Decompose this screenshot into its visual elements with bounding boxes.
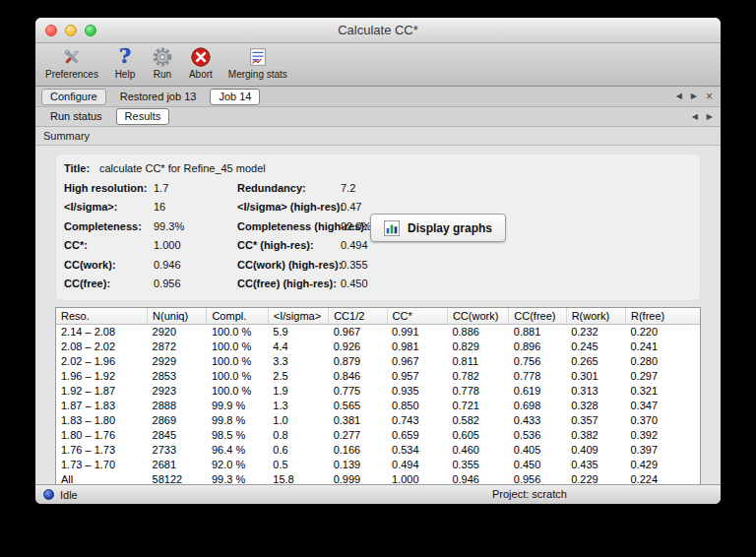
tab-restored-job-13[interactable]: Restored job 13 — [111, 89, 206, 105]
table-cell: 0.659 — [387, 428, 447, 443]
summary-value: 0.956 — [154, 278, 181, 289]
table-row[interactable]: All5812299.3 %15.80.9991.0000.9460.9560.… — [56, 472, 700, 484]
close-window-button[interactable] — [45, 25, 57, 36]
table-row[interactable]: 1.83 – 1.80286999.8 %1.00.3810.7430.5820… — [56, 413, 700, 428]
toolbar: Preferences?HelpRunAbortMerging stats — [35, 43, 721, 87]
tools-icon — [61, 46, 83, 68]
summary-title-label: Title: — [64, 162, 90, 174]
tab-close-icon[interactable]: × — [706, 91, 713, 102]
status-bar: Idle Project: scratch — [35, 484, 721, 504]
table-cell: 3.3 — [268, 354, 328, 369]
table-row[interactable]: 1.96 – 1.922853100.0 %2.50.8460.9570.782… — [56, 369, 700, 384]
table-cell: 0.991 — [387, 325, 447, 340]
minimize-window-button[interactable] — [65, 25, 77, 36]
display-graphs-button[interactable]: Display graphs — [370, 214, 506, 242]
table-cell: 0.926 — [329, 340, 387, 354]
tab-scroll-right-icon[interactable]: ▶ — [691, 93, 697, 100]
toolbar-button-label: Merging stats — [228, 69, 287, 80]
table-cell: 0.850 — [387, 399, 447, 413]
table-cell: 0.743 — [387, 413, 447, 428]
table-cell: 0.967 — [387, 354, 447, 369]
job-tabs: ConfigureRestored job 13Job 14 — [41, 89, 260, 105]
column-header-cc-free[interactable]: CC(free) — [509, 308, 566, 325]
gear-icon — [152, 46, 173, 68]
table-cell: 2845 — [148, 428, 207, 443]
tab-run-status[interactable]: Run status — [41, 108, 111, 125]
table-cell: 0.166 — [329, 443, 387, 458]
summary-value: 0.946 — [154, 259, 181, 271]
table-row[interactable]: 2.08 – 2.022872100.0 %4.40.9260.9810.829… — [56, 340, 700, 354]
summary-pane-header[interactable]: Summary — [35, 127, 721, 146]
tab-scroll-left-icon[interactable]: ◀ — [676, 93, 682, 100]
tab-results[interactable]: Results — [116, 108, 170, 125]
column-header-cc1-2[interactable]: CC1/2 — [329, 308, 387, 325]
table-cell: 92.0 % — [207, 458, 268, 472]
toolbar-button-help[interactable]: ?Help — [114, 46, 136, 80]
summary-label: CC* (high-res): — [237, 239, 314, 251]
table-body: 2.14 – 2.082920100.0 %5.90.9670.9910.886… — [56, 325, 700, 485]
table-cell: 1.80 – 1.76 — [56, 428, 148, 443]
column-header-n-uniq[interactable]: N(uniq) — [148, 308, 207, 325]
table-cell: 2923 — [148, 384, 207, 399]
table-cell: 0.450 — [509, 458, 566, 472]
column-header-cc-work[interactable]: CC(work) — [447, 308, 508, 325]
table-cell: 99.8 % — [207, 413, 268, 428]
table-cell: 0.957 — [387, 369, 447, 384]
summary-label: CC(free) (high-res): — [237, 278, 337, 289]
summary-label: <I/sigma>: — [64, 201, 117, 213]
table-cell: 0.881 — [509, 325, 566, 340]
table-row[interactable]: 2.14 – 2.082920100.0 %5.90.9670.9910.886… — [56, 325, 700, 340]
table-cell: 0.619 — [509, 384, 566, 399]
table-cell: 5.9 — [268, 325, 328, 340]
toolbar-button-preferences[interactable]: Preferences — [45, 46, 98, 80]
table-cell: 0.782 — [447, 369, 508, 384]
table-row[interactable]: 1.87 – 1.83288899.9 %1.30.5650.8500.7210… — [56, 399, 700, 413]
window-controls — [45, 25, 96, 36]
table-row[interactable]: 1.80 – 1.76284598.5 %0.80.2770.6590.6050… — [56, 428, 700, 443]
view-tab-scroll-left-icon[interactable]: ◀ — [692, 113, 698, 121]
results-content: Title: calculate CC* for Refine_45 model… — [35, 146, 721, 484]
table-row[interactable]: 1.76 – 1.73273396.4 %0.60.1660.5340.4600… — [56, 443, 700, 458]
toolbar-button-abort[interactable]: Abort — [189, 46, 213, 80]
table-cell: 100.0 % — [207, 340, 268, 354]
column-header-compl[interactable]: Compl. — [207, 308, 268, 325]
table-cell: 2733 — [148, 443, 207, 458]
toolbar-button-merging-stats[interactable]: Merging stats — [228, 46, 287, 80]
zoom-window-button[interactable] — [85, 25, 96, 36]
table-row[interactable]: 1.73 – 1.70268192.0 %0.50.1390.4940.3550… — [56, 458, 700, 472]
table-cell: 2681 — [148, 458, 207, 472]
table-cell: 1.73 – 1.70 — [56, 458, 148, 472]
table-cell: 1.96 – 1.92 — [56, 369, 148, 384]
summary-label: High resolution: — [64, 182, 147, 194]
table-cell: 0.232 — [566, 325, 625, 340]
table-cell: 0.879 — [329, 354, 387, 369]
toolbar-button-run[interactable]: Run — [152, 46, 173, 80]
table-cell: 1.92 – 1.87 — [56, 384, 148, 399]
summary-label: CC(work) (high-res): — [237, 259, 342, 271]
view-tab-scroll-right-icon[interactable]: ▶ — [707, 113, 713, 121]
table-cell: 0.265 — [566, 354, 625, 369]
summary-label: CC(work): — [64, 259, 116, 271]
table-cell: 0.301 — [566, 369, 625, 384]
column-header-r-work[interactable]: R(work) — [566, 308, 625, 325]
table-cell: 0.220 — [625, 325, 700, 340]
table-cell: 100.0 % — [207, 384, 268, 399]
column-header-i-sigma[interactable]: <I/sigma> — [268, 308, 328, 325]
table-cell: 2872 — [148, 340, 207, 354]
table-cell: 2.14 – 2.08 — [56, 325, 148, 340]
toolbar-button-label: Run — [154, 69, 171, 80]
table-cell: 1.9 — [268, 384, 328, 399]
tab-job-14[interactable]: Job 14 — [210, 89, 260, 105]
table-cell: 98.5 % — [207, 428, 268, 443]
table-row[interactable]: 1.92 – 1.872923100.0 %1.90.7750.9350.778… — [56, 384, 700, 399]
table-cell: 0.328 — [566, 399, 625, 413]
table-cell: 0.280 — [625, 354, 700, 369]
column-header-reso[interactable]: Reso. — [56, 308, 148, 325]
title-bar[interactable]: Calculate CC* — [35, 18, 721, 43]
table-row[interactable]: 2.02 – 1.962929100.0 %3.30.8790.9670.811… — [56, 354, 700, 369]
column-header-r-free[interactable]: R(free) — [625, 308, 700, 325]
svg-text:?: ? — [119, 46, 131, 68]
tab-configure[interactable]: Configure — [41, 89, 106, 105]
column-header-cc[interactable]: CC* — [387, 308, 447, 325]
table-cell: 0.277 — [329, 428, 387, 443]
